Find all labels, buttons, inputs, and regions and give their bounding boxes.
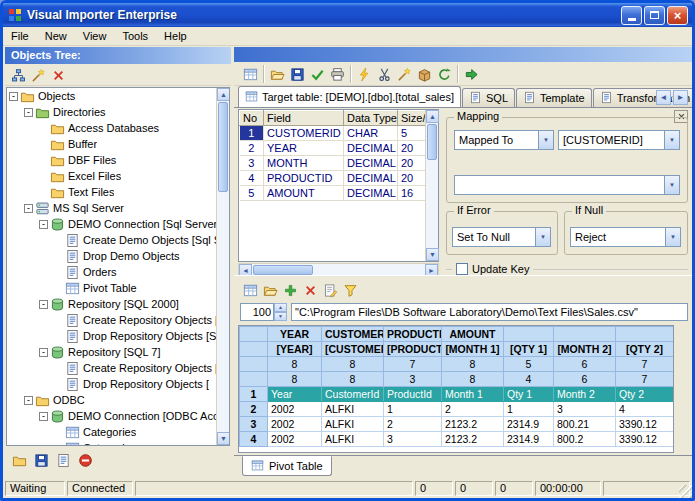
preview-header-cell[interactable]: PRODUCTID [384,327,442,342]
preview-header-cell[interactable]: 8 [268,372,322,387]
dropdown-arrow-icon[interactable]: ▼ [665,228,680,246]
stop-icon[interactable] [75,450,95,470]
preview-header-cell[interactable]: 3 [384,372,442,387]
minimize-button[interactable] [621,6,642,25]
preview-cell[interactable]: 3 [384,432,442,447]
file-path-input[interactable] [291,303,688,321]
field-name-cell[interactable]: PRODUCTID [264,171,344,186]
tree-item-buffer[interactable]: Buffer [7,136,216,152]
preview-row-number[interactable]: 2 [240,402,268,417]
preview-header-cell[interactable]: [QTY 1] [504,342,554,357]
preview-cell[interactable]: 3 [554,402,616,417]
if-error-select[interactable]: Set To Null ▼ [452,227,551,247]
field-type-cell[interactable]: DECIMAL [344,156,398,171]
preview-header-cell[interactable]: CUSTOMERID [322,327,384,342]
preview-cell[interactable]: 2 [384,417,442,432]
preview-cell[interactable]: ALFKI [322,417,384,432]
tree-item-drop-demo-objects[interactable]: Drop Demo Objects [7,248,216,264]
tree-item-directories[interactable]: -Directories [7,104,216,120]
preview-cell[interactable]: ALFKI [322,402,384,417]
field-row-number[interactable]: 5 [240,186,264,201]
preview-header-cell[interactable]: 8 [442,357,504,372]
close-button[interactable]: × [667,6,688,25]
preview-header-cell[interactable]: AMOUNT [442,327,504,342]
menu-view[interactable]: View [75,28,115,44]
open-icon[interactable] [260,281,280,301]
refresh-icon[interactable] [434,64,454,84]
mapped-to-select[interactable]: Mapped To ▼ [454,130,554,150]
collapse-toggle[interactable]: - [24,204,33,213]
tree-item-odbc[interactable]: -ODBC [7,392,216,408]
tree-item-drop-repository-objects-s[interactable]: Drop Repository Objects [S [7,328,216,344]
preview-header-cell[interactable]: [CUSTOMERID] [322,342,384,357]
save-icon[interactable] [31,450,51,470]
check-icon[interactable] [307,64,327,84]
collapse-toggle[interactable]: - [39,348,48,357]
tree-item-access-databases[interactable]: Access Databases [7,120,216,136]
dropdown-arrow-icon[interactable]: ▼ [538,131,553,149]
preview-header-cell[interactable] [616,327,674,342]
resize-grip[interactable] [679,485,692,498]
field-size-cell[interactable]: 16 [398,186,428,201]
field-size-cell[interactable]: 20 [398,141,428,156]
collapse-toggle[interactable]: - [9,92,18,101]
row-limit-input[interactable] [240,303,274,321]
preview-header-cell[interactable]: 8 [322,372,384,387]
tab-pivot-table[interactable]: Pivot Table [242,456,332,476]
tree-item-orders[interactable]: Orders [7,264,216,280]
tree-item-objects[interactable]: -Objects [7,88,216,104]
dropdown-arrow-icon[interactable]: ▼ [535,228,550,246]
menu-help[interactable]: Help [156,28,195,44]
collapse-toggle[interactable]: - [24,108,33,117]
fields-column-no[interactable]: No [240,111,264,126]
preview-header-cell[interactable]: 7 [616,357,674,372]
tab-target-table-demo-dbo-total-[interactable]: Target table: [DEMO].[dbo].[total_sales] [238,86,461,107]
preview-header-cell[interactable]: [PRODUCTID] [384,342,442,357]
dropdown-arrow-icon[interactable]: ▼ [664,176,679,194]
hierarchy-icon[interactable] [8,65,28,85]
field-type-cell[interactable]: DECIMAL [344,171,398,186]
field-name-cell[interactable]: CUSTOMERID [264,126,344,141]
dropdown-arrow-icon[interactable]: ▼ [664,131,679,149]
open-icon[interactable] [267,64,287,84]
preview-cell[interactable]: 2123.2 [442,432,504,447]
tree-item-pivot-table[interactable]: Pivot Table [7,280,216,296]
mapped-field-select[interactable]: [CUSTOMERID] ▼ [558,130,680,150]
field-type-cell[interactable]: CHAR [344,126,398,141]
collapse-toggle[interactable]: - [39,412,48,421]
table-icon[interactable] [240,281,260,301]
preview-cell[interactable]: 1 [504,402,554,417]
save-icon[interactable] [287,64,307,84]
mapping-extra-select[interactable]: ▼ [454,175,680,195]
fields-column-data-type[interactable]: Data Type [344,111,398,126]
script-icon[interactable] [53,450,73,470]
tree-item-dbf-files[interactable]: DBF Files [7,152,216,168]
scroll-up-icon[interactable]: ▲ [217,88,230,101]
fields-column-field[interactable]: Field [264,111,344,126]
preview-header-cell[interactable]: 8 [442,372,504,387]
wand-icon[interactable] [28,65,48,85]
preview-cell[interactable]: 2123.2 [442,417,504,432]
prev-tab-button[interactable]: ◄ [656,90,671,105]
if-null-select[interactable]: Reject ▼ [570,227,681,247]
preview-header-cell[interactable]: [YEAR] [268,342,322,357]
field-size-cell[interactable]: 20 [398,156,428,171]
wand-icon[interactable] [394,64,414,84]
preview-header-cell[interactable]: 8 [268,357,322,372]
field-name-cell[interactable]: AMOUNT [264,186,344,201]
collapse-toggle[interactable]: - [39,220,48,229]
run-icon[interactable] [461,64,481,84]
preview-cell[interactable]: 2 [442,402,504,417]
title-bar[interactable]: Visual Importer Enterprise × [3,3,692,27]
field-size-cell[interactable]: 5 [398,126,428,141]
package-icon[interactable] [414,64,434,84]
fields-column-size-pr[interactable]: Size/Pr [398,111,428,126]
preview-header-cell[interactable]: 8 [322,357,384,372]
preview-cell[interactable]: CustomerId [322,387,384,402]
tree-item-create-demo-objects-sql-s[interactable]: Create Demo Objects [Sql S [7,232,216,248]
field-row-number[interactable]: 3 [240,156,264,171]
preview-header-cell[interactable]: [MONTH 2] [554,342,616,357]
tree-scrollbar[interactable]: ▲ ▼ [216,88,229,445]
preview-header-cell[interactable]: 5 [504,357,554,372]
preview-cell[interactable]: Qty 1 [504,387,554,402]
